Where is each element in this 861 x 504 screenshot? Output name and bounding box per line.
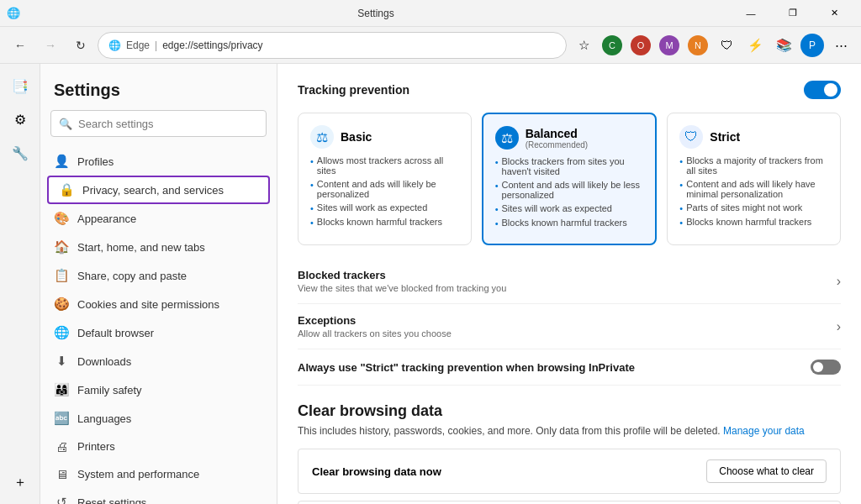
sidebar-item-languages[interactable]: 🔤 Languages: [40, 404, 277, 433]
profiles-icon: 👤: [54, 154, 69, 169]
edge-logo-icon: 🌐: [7, 7, 20, 19]
basic-card-icon: ⚖: [310, 125, 334, 149]
inprivate-row: Always use "Strict" tracking prevention …: [298, 349, 841, 386]
clear-now-button[interactable]: Choose what to clear: [706, 459, 827, 483]
search-input[interactable]: [50, 110, 267, 137]
family-safety-icon: 👨‍👩‍👧: [54, 382, 69, 397]
title-bar-center: Settings: [357, 8, 394, 19]
blocked-trackers-desc: View the sites that we've blocked from t…: [298, 283, 506, 293]
sidebar-item-downloads[interactable]: ⬇ Downloads: [40, 347, 277, 375]
inprivate-toggle[interactable]: [811, 360, 841, 375]
opera-logo: O: [631, 35, 651, 55]
toolbar-icons: ☆ C O M N 🛡 ⚡ 📚 P ⋯: [570, 32, 854, 59]
restore-button[interactable]: ❐: [774, 0, 812, 27]
balanced-card-title: Balanced: [526, 127, 588, 140]
minimize-button[interactable]: —: [732, 0, 770, 27]
forward-button[interactable]: →: [37, 32, 64, 59]
more-tools-icon[interactable]: ⋯: [827, 32, 854, 59]
sidebar: 📑 ⚙ 🔧 ＋ Settings 🔍 👤 Profiles 🔒 Privacy,…: [0, 64, 277, 504]
sidebar-item-appearance[interactable]: 🎨 Appearance: [40, 204, 277, 233]
start-home-label: Start, home, and new tabs: [77, 241, 205, 254]
basic-bullet-2: Content and ads will likely be personali…: [310, 179, 459, 199]
back-button[interactable]: ←: [7, 32, 34, 59]
clear-browsing-title: Clear browsing data: [298, 402, 841, 420]
shield-icon[interactable]: 🛡: [713, 32, 740, 59]
sidebar-item-printers[interactable]: 🖨 Printers: [40, 433, 277, 460]
sidebar-item-privacy[interactable]: 🔒 Privacy, search, and services: [47, 176, 270, 204]
tracking-prevention-title: Tracking prevention: [298, 83, 409, 97]
site-security-icon: 🌐: [108, 39, 121, 51]
refresh-button[interactable]: ↻: [67, 32, 94, 59]
sidebar-item-system[interactable]: 🖥 System and performance: [40, 460, 277, 488]
manage-data-link[interactable]: Manage your data: [723, 425, 805, 437]
inprivate-left: Always use "Strict" tracking prevention …: [298, 361, 635, 374]
tracking-cards: ⚖ Basic Allows most trackers across all …: [298, 113, 841, 245]
cookies-icon: 🍪: [54, 297, 69, 312]
exceptions-row[interactable]: Exceptions Allow all trackers on sites y…: [298, 304, 841, 349]
balanced-card[interactable]: ⚖ Balanced (Recommended) Blocks trackers…: [482, 113, 658, 245]
blocked-trackers-row[interactable]: Blocked trackers View the sites that we'…: [298, 259, 841, 304]
strict-bullet-4: Blocks known harmful trackers: [679, 217, 828, 228]
inprivate-toggle-container: [811, 360, 841, 375]
basic-card-header: ⚖ Basic: [310, 125, 459, 149]
blocked-trackers-title: Blocked trackers: [298, 269, 506, 281]
copilot-icon[interactable]: C: [599, 32, 626, 59]
close-button[interactable]: ✕: [816, 0, 854, 27]
sidebar-item-reset[interactable]: ↺ Reset settings: [40, 488, 277, 504]
address-bar[interactable]: 🌐 Edge | edge://settings/privacy: [98, 32, 567, 59]
clear-now-row: Clear browsing data now Choose what to c…: [298, 449, 841, 494]
browser-name: Edge: [126, 39, 150, 51]
cookies-label: Cookies and site permissions: [77, 298, 219, 311]
basic-bullet-1: Allows most trackers across all sites: [310, 155, 459, 176]
balanced-bullet-4: Blocks known harmful trackers: [495, 218, 644, 228]
strict-card-icon: 🛡: [679, 125, 703, 149]
clear-on-close-row[interactable]: Choose what to clear every time you clos…: [298, 501, 841, 504]
sidebar-item-profiles[interactable]: 👤 Profiles: [40, 147, 277, 176]
sidebar-item-family-safety[interactable]: 👨‍👩‍👧 Family safety: [40, 375, 277, 404]
sidebar-item-start-home[interactable]: 🏠 Start, home, and new tabs: [40, 233, 277, 261]
basic-card-bullets: Allows most trackers across all sites Co…: [310, 155, 459, 228]
opera-icon[interactable]: O: [627, 32, 654, 59]
blocked-trackers-left: Blocked trackers View the sites that we'…: [298, 269, 506, 293]
sidebar-tools-icon[interactable]: 🔧: [5, 138, 35, 168]
sidebar-item-default-browser[interactable]: 🌐 Default browser: [40, 318, 277, 347]
strict-bullet-1: Blocks a majority of trackers from all s…: [679, 155, 828, 176]
collections-icon[interactable]: 📚: [770, 32, 797, 59]
profile-avatar: P: [800, 34, 824, 57]
sidebar-item-share[interactable]: 📋 Share, copy and paste: [40, 261, 277, 290]
privacy-label: Privacy, search, and services: [82, 184, 224, 197]
sidebar-tab-icon[interactable]: 📑: [5, 71, 35, 101]
clear-desc-text: This includes history, passwords, cookie…: [298, 425, 721, 437]
sidebar-item-cookies[interactable]: 🍪 Cookies and site permissions: [40, 290, 277, 318]
ext-logo: M: [659, 35, 679, 55]
strict-card[interactable]: 🛡 Strict Blocks a majority of trackers f…: [667, 113, 841, 245]
clear-now-title: Clear browsing data now: [312, 465, 441, 478]
clear-browsing-section: Clear browsing data This includes histor…: [298, 402, 841, 504]
main-layout: 📑 ⚙ 🔧 ＋ Settings 🔍 👤 Profiles 🔒 Privacy,…: [0, 64, 861, 504]
sidebar-add-icon[interactable]: ＋: [5, 467, 35, 497]
share-label: Share, copy and paste: [77, 270, 187, 282]
system-icon: 🖥: [54, 467, 69, 481]
clear-browsing-desc: This includes history, passwords, cookie…: [298, 425, 841, 437]
balanced-card-icon: ⚖: [495, 126, 519, 150]
family-safety-label: Family safety: [77, 384, 142, 396]
sidebar-title: Settings: [40, 74, 277, 110]
balanced-bullet-3: Sites will work as expected: [495, 203, 644, 214]
search-icon: 🔍: [59, 118, 72, 130]
news-icon[interactable]: N: [684, 32, 711, 59]
privacy-icon: 🔒: [59, 182, 74, 197]
basic-bullet-3: Sites will work as expected: [310, 202, 459, 213]
strict-bullet-2: Content and ads will likely have minimal…: [679, 179, 828, 199]
title-bar-buttons: — ❐ ✕: [732, 0, 854, 27]
title-bar-left: 🌐: [7, 7, 20, 19]
profile-icon[interactable]: P: [799, 32, 826, 59]
browser-essentials-icon[interactable]: ⚡: [742, 32, 769, 59]
extension-icon[interactable]: M: [656, 32, 683, 59]
system-label: System and performance: [77, 468, 199, 480]
address-separator: |: [155, 39, 157, 51]
favorites-icon[interactable]: ☆: [570, 32, 597, 59]
sidebar-settings-icon[interactable]: ⚙: [5, 104, 35, 134]
tracking-prevention-toggle[interactable]: [804, 81, 841, 99]
basic-card[interactable]: ⚖ Basic Allows most trackers across all …: [298, 113, 472, 245]
start-home-icon: 🏠: [54, 239, 69, 255]
